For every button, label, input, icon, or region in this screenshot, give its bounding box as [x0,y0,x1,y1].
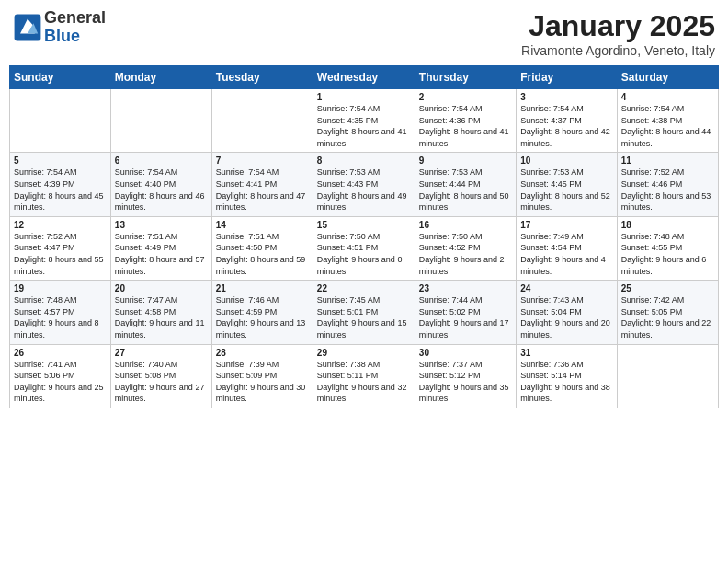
day-info: Sunrise: 7:44 AM Sunset: 5:02 PM Dayligh… [419,294,512,340]
day-cell: 1Sunrise: 7:54 AM Sunset: 4:35 PM Daylig… [313,89,415,153]
day-cell: 5Sunrise: 7:54 AM Sunset: 4:39 PM Daylig… [10,153,111,216]
day-cell: 11Sunrise: 7:52 AM Sunset: 4:46 PM Dayli… [617,153,718,216]
day-info: Sunrise: 7:49 AM Sunset: 4:54 PM Dayligh… [520,231,612,277]
day-info: Sunrise: 7:54 AM Sunset: 4:37 PM Dayligh… [520,103,612,149]
day-cell: 17Sunrise: 7:49 AM Sunset: 4:54 PM Dayli… [517,216,617,280]
day-cell: 22Sunrise: 7:45 AM Sunset: 5:01 PM Dayli… [313,281,415,344]
day-cell: 23Sunrise: 7:44 AM Sunset: 5:02 PM Dayli… [415,281,516,344]
location: Rivamonte Agordino, Veneto, Italy [521,43,715,58]
day-info: Sunrise: 7:53 AM Sunset: 4:43 PM Dayligh… [317,167,411,213]
day-info: Sunrise: 7:54 AM Sunset: 4:36 PM Dayligh… [419,103,512,149]
day-cell: 4Sunrise: 7:54 AM Sunset: 4:38 PM Daylig… [617,89,718,153]
day-number: 6 [115,155,208,166]
day-number: 24 [520,283,612,293]
day-info: Sunrise: 7:54 AM Sunset: 4:40 PM Dayligh… [115,167,208,213]
month-title: January 2025 [521,9,715,43]
day-info: Sunrise: 7:48 AM Sunset: 4:57 PM Dayligh… [14,294,107,340]
day-info: Sunrise: 7:46 AM Sunset: 4:59 PM Dayligh… [216,294,309,340]
day-cell: 15Sunrise: 7:50 AM Sunset: 4:51 PM Dayli… [313,216,415,280]
day-number: 30 [419,348,512,358]
weekday-header-row: SundayMondayTuesdayWednesdayThursdayFrid… [10,66,719,89]
weekday-header-tuesday: Tuesday [211,66,313,89]
day-cell: 28Sunrise: 7:39 AM Sunset: 5:09 PM Dayli… [211,344,313,408]
day-cell: 30Sunrise: 7:37 AM Sunset: 5:12 PM Dayli… [415,344,516,408]
day-cell: 20Sunrise: 7:47 AM Sunset: 4:58 PM Dayli… [110,281,211,344]
day-number: 23 [419,283,512,293]
weekday-header-monday: Monday [110,66,211,89]
day-number: 17 [520,220,612,230]
day-cell: 18Sunrise: 7:48 AM Sunset: 4:55 PM Dayli… [617,216,718,280]
day-number: 26 [14,348,107,358]
day-cell: 19Sunrise: 7:48 AM Sunset: 4:57 PM Dayli… [10,281,111,344]
day-info: Sunrise: 7:53 AM Sunset: 4:45 PM Dayligh… [520,167,612,213]
day-cell [211,89,313,153]
day-info: Sunrise: 7:36 AM Sunset: 5:14 PM Dayligh… [520,359,612,405]
day-info: Sunrise: 7:53 AM Sunset: 4:44 PM Dayligh… [419,167,512,213]
day-number: 16 [419,220,512,230]
weekday-header-thursday: Thursday [415,66,516,89]
weekday-header-saturday: Saturday [617,66,718,89]
day-info: Sunrise: 7:54 AM Sunset: 4:41 PM Dayligh… [216,167,309,213]
weekday-header-sunday: Sunday [10,66,111,89]
day-number: 8 [317,155,411,166]
day-info: Sunrise: 7:50 AM Sunset: 4:52 PM Dayligh… [419,231,512,277]
day-info: Sunrise: 7:41 AM Sunset: 5:06 PM Dayligh… [14,359,107,405]
day-number: 19 [14,283,107,293]
logo-blue-text: Blue [44,28,106,46]
calendar: SundayMondayTuesdayWednesdayThursdayFrid… [9,65,719,408]
weekday-header-friday: Friday [517,66,617,89]
day-number: 1 [317,92,411,102]
day-info: Sunrise: 7:52 AM Sunset: 4:46 PM Dayligh… [621,167,714,213]
day-number: 27 [115,348,208,358]
day-info: Sunrise: 7:43 AM Sunset: 5:04 PM Dayligh… [520,294,612,340]
day-number: 20 [115,283,208,293]
day-cell: 31Sunrise: 7:36 AM Sunset: 5:14 PM Dayli… [517,344,617,408]
day-cell: 14Sunrise: 7:51 AM Sunset: 4:50 PM Dayli… [211,216,313,280]
day-info: Sunrise: 7:47 AM Sunset: 4:58 PM Dayligh… [115,294,208,340]
day-info: Sunrise: 7:50 AM Sunset: 4:51 PM Dayligh… [317,231,411,277]
week-row-1: 1Sunrise: 7:54 AM Sunset: 4:35 PM Daylig… [10,89,719,153]
day-number: 4 [621,92,714,102]
day-number: 18 [621,220,714,230]
day-cell: 25Sunrise: 7:42 AM Sunset: 5:05 PM Dayli… [617,281,718,344]
day-cell: 9Sunrise: 7:53 AM Sunset: 4:44 PM Daylig… [415,153,516,216]
day-info: Sunrise: 7:37 AM Sunset: 5:12 PM Dayligh… [419,359,512,405]
day-info: Sunrise: 7:54 AM Sunset: 4:39 PM Dayligh… [14,167,107,213]
day-cell: 16Sunrise: 7:50 AM Sunset: 4:52 PM Dayli… [415,216,516,280]
week-row-4: 19Sunrise: 7:48 AM Sunset: 4:57 PM Dayli… [10,281,719,344]
day-number: 13 [115,220,208,230]
day-cell: 10Sunrise: 7:53 AM Sunset: 4:45 PM Dayli… [517,153,617,216]
day-number: 7 [216,155,309,166]
day-number: 10 [520,155,612,166]
day-cell: 8Sunrise: 7:53 AM Sunset: 4:43 PM Daylig… [313,153,415,216]
day-number: 5 [14,155,107,166]
day-cell: 13Sunrise: 7:51 AM Sunset: 4:49 PM Dayli… [110,216,211,280]
day-info: Sunrise: 7:51 AM Sunset: 4:49 PM Dayligh… [115,231,208,277]
day-info: Sunrise: 7:39 AM Sunset: 5:09 PM Dayligh… [216,359,309,405]
day-cell: 7Sunrise: 7:54 AM Sunset: 4:41 PM Daylig… [211,153,313,216]
day-number: 21 [216,283,309,293]
day-number: 28 [216,348,309,358]
day-cell [10,89,111,153]
day-info: Sunrise: 7:52 AM Sunset: 4:47 PM Dayligh… [14,231,107,277]
logo: General Blue [13,9,106,46]
day-number: 25 [621,283,714,293]
day-cell: 26Sunrise: 7:41 AM Sunset: 5:06 PM Dayli… [10,344,111,408]
day-cell [617,344,718,408]
day-cell: 3Sunrise: 7:54 AM Sunset: 4:37 PM Daylig… [517,89,617,153]
logo-general-text: General [44,9,106,28]
day-number: 2 [419,92,512,102]
day-cell: 6Sunrise: 7:54 AM Sunset: 4:40 PM Daylig… [110,153,211,216]
day-cell: 29Sunrise: 7:38 AM Sunset: 5:11 PM Dayli… [313,344,415,408]
day-cell: 24Sunrise: 7:43 AM Sunset: 5:04 PM Dayli… [517,281,617,344]
day-info: Sunrise: 7:48 AM Sunset: 4:55 PM Dayligh… [621,231,714,277]
week-row-3: 12Sunrise: 7:52 AM Sunset: 4:47 PM Dayli… [10,216,719,280]
day-cell: 2Sunrise: 7:54 AM Sunset: 4:36 PM Daylig… [415,89,516,153]
day-number: 15 [317,220,411,230]
day-number: 14 [216,220,309,230]
weekday-header-wednesday: Wednesday [313,66,415,89]
day-number: 31 [520,348,612,358]
day-info: Sunrise: 7:51 AM Sunset: 4:50 PM Dayligh… [216,231,309,277]
logo-icon [13,13,42,42]
day-number: 9 [419,155,512,166]
